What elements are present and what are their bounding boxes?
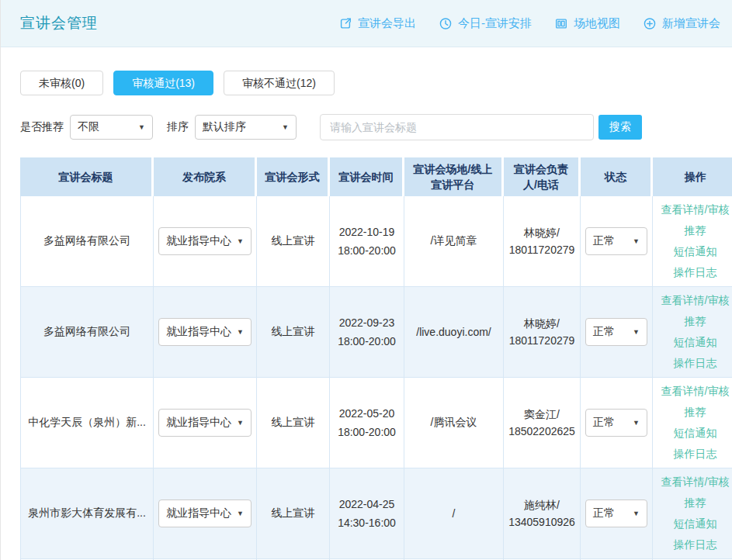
row-operations: 查看详情/审核推荐短信通知操作日志 (653, 378, 732, 468)
session-contact-cell: 林晓婷/ 18011720279 (504, 287, 581, 378)
col-venue: 宣讲会场地/线上宣讲平台 (404, 157, 504, 196)
session-venue: /腾讯会议 (404, 378, 504, 468)
view-detail-audit-link[interactable]: 查看详情/审核 (657, 472, 732, 493)
status-select[interactable]: 正常 ▼ (585, 409, 647, 437)
operation-log-link[interactable]: 操作日志 (657, 534, 732, 555)
operation-log-link[interactable]: 操作日志 (657, 353, 732, 374)
tab-approved[interactable]: 审核通过(13) (113, 71, 213, 95)
session-contact-cell: 窦金江/ 18502202625 (504, 378, 581, 468)
add-session-link[interactable]: 新增宣讲会 (643, 16, 720, 31)
status-select[interactable]: 正常 ▼ (585, 227, 647, 255)
session-title: 多益网络有限公司 (20, 287, 154, 378)
session-time: 18:00-20:00 (334, 332, 400, 351)
sms-notify-link[interactable]: 短信通知 (657, 332, 732, 353)
session-date: 2022-04-25 (334, 495, 400, 513)
today-schedule-label: 今日-宣讲安排 (458, 16, 532, 31)
view-detail-audit-link[interactable]: 查看详情/审核 (657, 381, 732, 402)
col-time: 宣讲会时间 (330, 157, 404, 196)
sms-notify-link[interactable]: 短信通知 (657, 241, 732, 262)
table-row: 多益网络有限公司 就业指导中心 ▼ 线上宣讲 2022-10-19 18:00-… (20, 196, 732, 287)
caret-down-icon: ▼ (237, 237, 244, 245)
sort-select[interactable]: 默认排序 ▼ (195, 115, 297, 140)
filter-bar: 是否推荐 不限 ▼ 排序 默认排序 ▼ 搜索 (20, 114, 732, 140)
add-session-label: 新增宣讲会 (662, 16, 720, 31)
department-select[interactable]: 就业指导中心 ▼ (158, 500, 252, 527)
department-select[interactable]: 就业指导中心 ▼ (158, 227, 252, 255)
session-title: 泉州市影大体育发展有... (20, 468, 154, 559)
status-select-value: 正常 (593, 234, 615, 248)
session-management-page: 宣讲会管理 宣讲会导出 今日-宣讲安排 (0, 0, 732, 560)
contact-name: 林晓婷/ (508, 224, 576, 241)
caret-down-icon: ▼ (633, 328, 640, 336)
view-detail-audit-link[interactable]: 查看详情/审核 (657, 290, 732, 311)
caret-down-icon: ▼ (633, 237, 640, 245)
status-select[interactable]: 正常 ▼ (585, 318, 647, 346)
session-date: 2022-05-20 (334, 404, 400, 423)
row-operations: 查看详情/审核推荐短信通知操作日志 (653, 196, 732, 287)
session-contact-cell: 林晓婷/ 18011720279 (504, 196, 581, 287)
department-select[interactable]: 就业指导中心 ▼ (158, 409, 252, 437)
venue-view-label: 场地视图 (574, 16, 620, 31)
operation-log-link[interactable]: 操作日志 (657, 262, 732, 283)
contact-phone: 18502202625 (508, 423, 576, 440)
contact-name: 林晓婷/ (508, 315, 576, 332)
col-operations: 操作 (653, 157, 732, 196)
session-venue: / (404, 468, 504, 559)
review-status-tabs: 未审核(0) 审核通过(13) 审核不通过(12) (20, 71, 732, 95)
recommend-link[interactable]: 推荐 (657, 493, 732, 513)
session-time-cell: 2022-05-20 18:00-20:00 (330, 378, 404, 468)
recommend-link[interactable]: 推荐 (657, 402, 732, 423)
session-time-cell: 2022-04-25 14:30-16:00 (330, 468, 404, 559)
export-sessions-link[interactable]: 宣讲会导出 (338, 16, 416, 31)
search-button[interactable]: 搜索 (598, 115, 642, 140)
view-detail-audit-link[interactable]: 查看详情/审核 (657, 199, 732, 220)
session-title: 中化学天辰（泉州）新... (20, 378, 154, 468)
recommend-filter-label: 是否推荐 (20, 120, 64, 134)
contact-phone: 13405910926 (508, 513, 576, 531)
recommend-select[interactable]: 不限 ▼ (70, 115, 153, 140)
venue-view-icon (554, 16, 568, 30)
caret-down-icon: ▼ (633, 510, 640, 517)
page-title: 宣讲会管理 (20, 13, 98, 33)
status-select-value: 正常 (593, 325, 615, 339)
session-form: 线上宣讲 (257, 468, 330, 559)
caret-down-icon: ▼ (633, 419, 640, 427)
session-contact-cell: 施纯林/ 13405910926 (504, 468, 581, 559)
header-actions: 宣讲会导出 今日-宣讲安排 场地视图 (338, 16, 720, 31)
department-select-value: 就业指导中心 (166, 506, 231, 520)
search-input[interactable] (320, 114, 594, 140)
session-time: 18:00-20:00 (334, 423, 400, 441)
recommend-link[interactable]: 推荐 (657, 311, 732, 332)
department-select[interactable]: 就业指导中心 ▼ (158, 318, 252, 346)
session-venue: /live.duoyi.com/ (404, 287, 504, 378)
recommend-link[interactable]: 推荐 (657, 220, 732, 241)
status-select-value: 正常 (593, 506, 615, 520)
tab-rejected[interactable]: 审核不通过(12) (224, 71, 335, 95)
table-row: 中化学天辰（泉州）新... 就业指导中心 ▼ 线上宣讲 2022-05-20 1… (20, 378, 732, 468)
row-operations: 查看详情/审核推荐短信通知操作日志 (653, 287, 732, 378)
tab-unreviewed[interactable]: 未审核(0) (20, 71, 103, 95)
session-form: 线上宣讲 (257, 378, 330, 468)
clock-icon (439, 16, 453, 30)
session-date: 2022-10-19 (334, 223, 400, 241)
export-icon (338, 16, 352, 30)
department-select-value: 就业指导中心 (166, 234, 231, 248)
table-header: 宣讲会标题 发布院系 宣讲会形式 宣讲会时间 宣讲会场地/线上宣讲平台 宣讲会负… (20, 157, 732, 196)
col-status: 状态 (581, 157, 653, 196)
export-sessions-label: 宣讲会导出 (358, 16, 416, 31)
sms-notify-link[interactable]: 短信通知 (657, 513, 732, 534)
sessions-table: 宣讲会标题 发布院系 宣讲会形式 宣讲会时间 宣讲会场地/线上宣讲平台 宣讲会负… (20, 157, 732, 560)
contact-name: 窦金江/ (508, 406, 576, 423)
col-form: 宣讲会形式 (257, 157, 330, 196)
contact-phone: 18011720279 (508, 241, 576, 258)
table-body: 多益网络有限公司 就业指导中心 ▼ 线上宣讲 2022-10-19 18:00-… (20, 196, 732, 560)
caret-down-icon: ▼ (237, 419, 244, 427)
contact-phone: 18011720279 (508, 332, 576, 349)
operation-log-link[interactable]: 操作日志 (657, 444, 732, 465)
status-select[interactable]: 正常 ▼ (585, 500, 647, 527)
today-schedule-link[interactable]: 今日-宣讲安排 (439, 16, 532, 31)
venue-view-link[interactable]: 场地视图 (554, 16, 620, 31)
page-header: 宣讲会管理 宣讲会导出 今日-宣讲安排 (1, 0, 732, 47)
sms-notify-link[interactable]: 短信通知 (657, 423, 732, 444)
col-department: 发布院系 (154, 157, 257, 196)
